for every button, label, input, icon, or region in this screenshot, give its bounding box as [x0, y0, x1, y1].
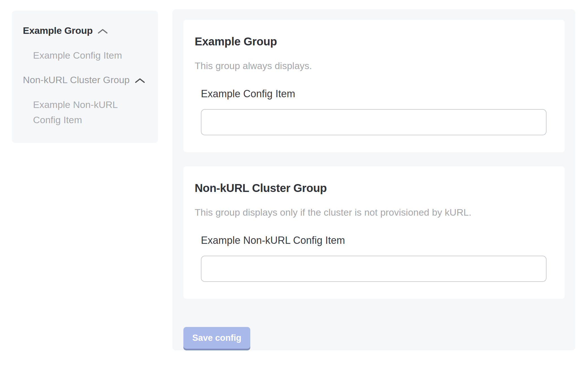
sidebar-group-title-label: Non-kURL Cluster Group	[23, 72, 130, 87]
group-description: This group displays only if the cluster …	[195, 206, 553, 218]
example-non-kurl-config-item-input[interactable]	[201, 256, 547, 282]
config-nav-sidebar: Example Group Example Config Item Non-kU…	[12, 11, 158, 143]
chevron-up-icon[interactable]	[135, 78, 145, 83]
save-config-button[interactable]: Save config	[183, 327, 250, 349]
sidebar-group-title-label: Example Group	[23, 23, 93, 38]
sidebar-item-example-non-kurl-config-item[interactable]: Example Non-kURL Config Item	[23, 97, 147, 127]
group-description: This group always displays.	[195, 60, 553, 72]
group-title: Example Group	[195, 34, 553, 48]
config-group-card-non-kurl-cluster-group: Non-kURL Cluster Group This group displa…	[183, 166, 565, 299]
group-title: Non-kURL Cluster Group	[195, 181, 553, 195]
config-group-card-example-group: Example Group This group always displays…	[183, 20, 565, 152]
sidebar-item-example-config-item[interactable]: Example Config Item	[23, 48, 147, 63]
config-item-label: Example Config Item	[201, 87, 553, 100]
config-item-label: Example Non-kURL Config Item	[201, 234, 553, 247]
chevron-up-icon[interactable]	[98, 29, 108, 34]
sidebar-group-non-kurl-cluster-group[interactable]: Non-kURL Cluster Group	[23, 72, 148, 87]
sidebar-group-example-group[interactable]: Example Group	[23, 23, 148, 38]
config-item: Example Config Item	[201, 87, 553, 135]
config-main-panel: Example Group This group always displays…	[172, 9, 575, 350]
example-config-item-input[interactable]	[201, 109, 547, 135]
config-item: Example Non-kURL Config Item	[201, 234, 553, 282]
